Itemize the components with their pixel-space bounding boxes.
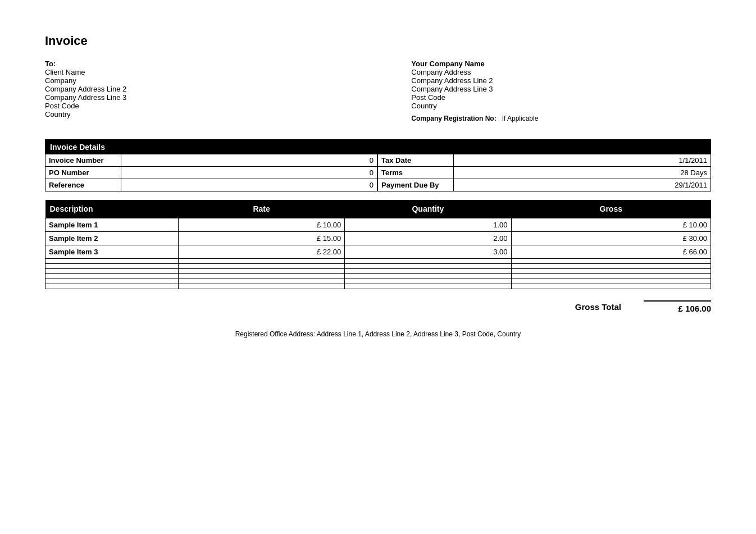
reference-label: Reference bbox=[45, 179, 121, 191]
po-number-label: PO Number bbox=[45, 167, 121, 179]
client-company: Company bbox=[45, 76, 345, 85]
detail-payment-due: Payment Due By 29/1/2011 bbox=[378, 179, 711, 191]
invoice-details-section: Invoice Details Invoice Number 0 PO Numb… bbox=[45, 139, 711, 191]
tax-date-value: 1/1/2011 bbox=[454, 154, 711, 166]
invoice-title: Invoice bbox=[45, 34, 711, 48]
item-rate bbox=[179, 269, 345, 274]
company-block: Your Company Name Company Address Compan… bbox=[411, 60, 711, 122]
item-gross bbox=[511, 279, 711, 284]
detail-reference: Reference 0 bbox=[45, 179, 377, 191]
item-description bbox=[45, 274, 179, 279]
client-address-line2: Company Address Line 2 bbox=[45, 85, 345, 93]
invoice-details-body: Invoice Number 0 PO Number 0 Reference 0… bbox=[45, 154, 711, 191]
col-gross: Gross bbox=[511, 200, 711, 218]
detail-terms: Terms 28 Days bbox=[378, 167, 711, 179]
item-description bbox=[45, 259, 179, 264]
client-postcode: Post Code bbox=[45, 102, 345, 110]
item-description: Sample Item 3 bbox=[45, 245, 179, 259]
gross-total-value: £ 106.00 bbox=[644, 300, 711, 313]
header-section: To: Client Name Company Company Address … bbox=[45, 60, 711, 122]
item-gross bbox=[511, 259, 711, 264]
table-row bbox=[45, 274, 711, 279]
table-row bbox=[45, 284, 711, 289]
footer-text: Registered Office Address: Address Line … bbox=[45, 330, 711, 338]
table-row bbox=[45, 279, 711, 284]
item-description: Sample Item 1 bbox=[45, 218, 179, 232]
item-quantity bbox=[345, 284, 511, 289]
to-label: To: bbox=[45, 60, 345, 68]
table-row bbox=[45, 269, 711, 274]
item-description: Sample Item 2 bbox=[45, 232, 179, 245]
po-number-value: 0 bbox=[121, 167, 377, 179]
col-description: Description bbox=[45, 200, 179, 218]
item-rate: £ 10.00 bbox=[179, 218, 345, 232]
tax-date-label: Tax Date bbox=[378, 154, 454, 166]
table-row: Sample Item 3£ 22.003.00£ 66.00 bbox=[45, 245, 711, 259]
table-row bbox=[45, 259, 711, 264]
detail-tax-date: Tax Date 1/1/2011 bbox=[378, 154, 711, 167]
item-gross: £ 10.00 bbox=[511, 218, 711, 232]
company-address: Company Address bbox=[411, 68, 711, 76]
item-quantity bbox=[345, 279, 511, 284]
gross-total-label: Gross Total bbox=[575, 302, 621, 312]
gross-total-section: Gross Total £ 106.00 bbox=[45, 300, 711, 313]
item-rate: £ 15.00 bbox=[179, 232, 345, 245]
invoice-number-label: Invoice Number bbox=[45, 154, 121, 166]
reg-label: Company Registration No: bbox=[411, 115, 496, 122]
client-country: Country bbox=[45, 110, 345, 118]
item-rate bbox=[179, 264, 345, 269]
item-quantity: 3.00 bbox=[345, 245, 511, 259]
table-row: Sample Item 1£ 10.001.00£ 10.00 bbox=[45, 218, 711, 232]
table-row bbox=[45, 264, 711, 269]
reference-value: 0 bbox=[121, 179, 377, 191]
invoice-number-value: 0 bbox=[121, 154, 377, 166]
item-description bbox=[45, 269, 179, 274]
item-description bbox=[45, 284, 179, 289]
item-quantity bbox=[345, 264, 511, 269]
items-header-row: Description Rate Quantity Gross bbox=[45, 200, 711, 218]
detail-invoice-number: Invoice Number 0 bbox=[45, 154, 377, 167]
item-quantity: 2.00 bbox=[345, 232, 511, 245]
details-right-col: Tax Date 1/1/2011 Terms 28 Days Payment … bbox=[378, 154, 711, 191]
detail-po-number: PO Number 0 bbox=[45, 167, 377, 179]
item-description bbox=[45, 264, 179, 269]
details-left-col: Invoice Number 0 PO Number 0 Reference 0 bbox=[45, 154, 378, 191]
company-country: Country bbox=[411, 102, 711, 110]
item-quantity bbox=[345, 269, 511, 274]
item-quantity bbox=[345, 274, 511, 279]
client-name: Client Name bbox=[45, 68, 345, 76]
reg-value: If Applicable bbox=[502, 115, 539, 122]
company-address-line2: Company Address Line 2 bbox=[411, 76, 711, 85]
item-gross: £ 66.00 bbox=[511, 245, 711, 259]
item-rate bbox=[179, 279, 345, 284]
item-gross bbox=[511, 274, 711, 279]
reg-row: Company Registration No: If Applicable bbox=[411, 115, 711, 122]
item-gross bbox=[511, 284, 711, 289]
company-name: Your Company Name bbox=[411, 60, 711, 68]
client-address-line3: Company Address Line 3 bbox=[45, 93, 345, 102]
item-rate bbox=[179, 259, 345, 264]
item-rate bbox=[179, 274, 345, 279]
company-address-line3: Company Address Line 3 bbox=[411, 85, 711, 93]
payment-due-value: 29/1/2011 bbox=[454, 179, 711, 191]
item-rate bbox=[179, 284, 345, 289]
terms-value: 28 Days bbox=[454, 167, 711, 179]
terms-label: Terms bbox=[378, 167, 454, 179]
item-description bbox=[45, 279, 179, 284]
item-gross bbox=[511, 264, 711, 269]
table-row: Sample Item 2£ 15.002.00£ 30.00 bbox=[45, 232, 711, 245]
col-quantity: Quantity bbox=[345, 200, 511, 218]
item-quantity bbox=[345, 259, 511, 264]
invoice-details-header: Invoice Details bbox=[45, 140, 711, 154]
item-rate: £ 22.00 bbox=[179, 245, 345, 259]
items-table: Description Rate Quantity Gross Sample I… bbox=[45, 200, 711, 289]
payment-due-label: Payment Due By bbox=[378, 179, 454, 191]
to-block: To: Client Name Company Company Address … bbox=[45, 60, 345, 122]
col-rate: Rate bbox=[179, 200, 345, 218]
item-quantity: 1.00 bbox=[345, 218, 511, 232]
item-gross: £ 30.00 bbox=[511, 232, 711, 245]
company-postcode: Post Code bbox=[411, 93, 711, 102]
item-gross bbox=[511, 269, 711, 274]
